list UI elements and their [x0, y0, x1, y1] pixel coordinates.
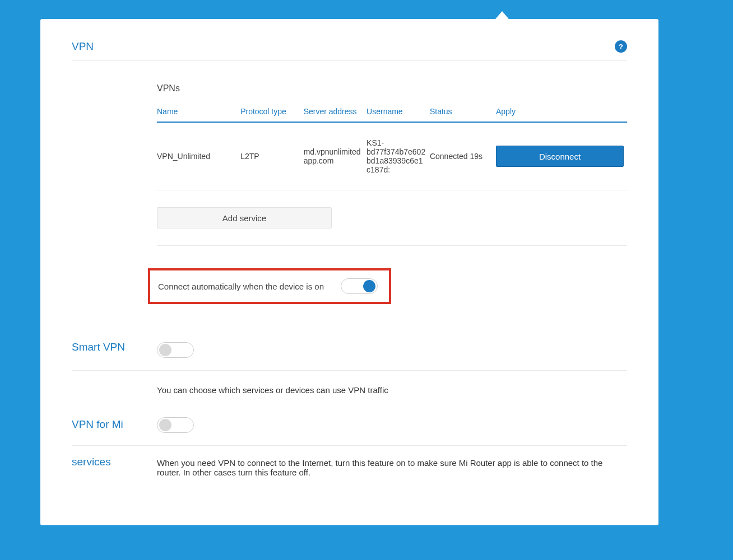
vpn-list-area: VPNs Name Protocol type Server address U… — [157, 83, 627, 304]
col-header-username: Username — [366, 104, 430, 122]
col-header-name: Name — [157, 104, 240, 122]
help-icon-label: ? — [619, 43, 623, 51]
col-header-apply: Apply — [496, 104, 627, 122]
help-icon[interactable]: ? — [615, 40, 627, 53]
toggle-knob-icon — [159, 344, 171, 356]
vpn-section-header: VPN ? — [72, 19, 627, 61]
vpns-subtitle: VPNs — [157, 83, 627, 94]
page-title: VPN — [72, 40, 94, 53]
vpn-status: Connected 19s — [430, 122, 496, 190]
vpn-settings-panel: VPN ? VPNs Name Protocol type Server add… — [40, 19, 658, 525]
mi-services-desc: When you need VPN to connect to the Inte… — [157, 458, 627, 477]
auto-connect-highlight: Connect automatically when the device is… — [148, 268, 391, 304]
smart-vpn-toggle[interactable] — [157, 342, 194, 358]
auto-connect-label: Connect automatically when the device is… — [158, 282, 324, 291]
vpn-protocol: L2TP — [240, 122, 304, 190]
active-tab-pointer — [495, 11, 509, 19]
col-header-server: Server address — [304, 104, 366, 122]
col-header-protocol: Protocol type — [240, 104, 304, 122]
smart-vpn-title: Smart VPN — [72, 339, 157, 353]
toggle-knob-icon — [159, 419, 171, 431]
auto-connect-toggle[interactable] — [341, 278, 378, 294]
add-service-row: Add service — [157, 190, 627, 246]
vpn-server: md.vpnunlimitedapp.com — [304, 122, 366, 190]
vpn-action-cell: Disconnect — [496, 122, 627, 190]
smart-vpn-section: Smart VPN — [72, 326, 627, 371]
disconnect-button[interactable]: Disconnect — [496, 146, 624, 167]
mi-services-toggle[interactable] — [157, 417, 194, 433]
smart-vpn-desc: You can choose which services or devices… — [157, 385, 627, 395]
vpn-name: VPN_Unlimited — [157, 122, 240, 190]
col-header-status: Status — [430, 104, 496, 122]
vpn-table: Name Protocol type Server address Userna… — [157, 104, 627, 190]
toggle-knob-icon — [363, 280, 375, 292]
vpn-username: KS1-bd77f374b7e602bd1a83939c6e1c187d: — [366, 122, 430, 190]
add-service-button[interactable]: Add service — [157, 207, 332, 228]
mi-services-title-line1: VPN for Mi — [72, 417, 157, 432]
mi-services-section: VPN for Mi services When you need VPN to… — [72, 417, 627, 477]
mi-services-title-line2: services — [72, 456, 157, 468]
vpn-table-header-row: Name Protocol type Server address Userna… — [157, 104, 627, 122]
vpn-table-row: VPN_Unlimited L2TP md.vpnunlimitedapp.co… — [157, 122, 627, 190]
